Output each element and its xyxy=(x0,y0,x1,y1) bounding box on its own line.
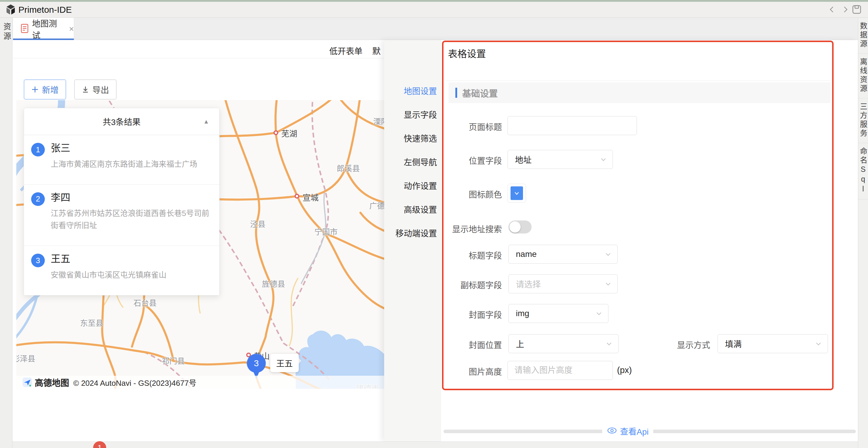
list-item[interactable]: 2 李四 江苏省苏州市姑苏区沧浪街道西善长巷5号司前街看守所旧址 xyxy=(24,184,219,246)
show-address-search-toggle[interactable] xyxy=(508,220,532,234)
view-api-link[interactable]: 查看Api xyxy=(602,424,653,438)
map-attribution: 高德地图 © 2024 AutoNavi - GS(2023)4677号 xyxy=(16,376,384,389)
document-tab-bar: 地图测试 × xyxy=(12,18,858,40)
color-swatch xyxy=(510,186,523,200)
map-county-label: 泾县 xyxy=(250,218,266,229)
map-city-dot xyxy=(274,130,278,135)
canvas-tab-strip: 低开表单 默 xyxy=(12,40,384,58)
icon-color-label: 图标颜色 xyxy=(431,188,502,200)
nav-back-button[interactable] xyxy=(826,4,838,15)
map-county-label: 郎溪县 xyxy=(337,162,360,173)
section-title: 基础设置 xyxy=(462,86,498,99)
export-button[interactable]: 导出 xyxy=(74,79,117,100)
subtitle-field-label: 副标题字段 xyxy=(431,279,502,291)
map-county-label: 广德市 xyxy=(369,200,384,211)
chevron-down-icon xyxy=(604,280,612,288)
item-address: 安徽省黄山市屯溪区屯光镇麻雀山 xyxy=(51,269,166,281)
right-rail-item-third-party-services[interactable]: 三方服务 xyxy=(858,98,868,143)
page-title-label: 页面标题 xyxy=(431,120,502,132)
chevron-down-icon xyxy=(599,156,607,163)
canvas-tab-lowcode-form[interactable]: 低开表单 xyxy=(329,45,363,57)
list-item[interactable]: 3 王五 安徽省黄山市屯溪区屯光镇麻雀山 xyxy=(24,246,219,295)
item-name: 王五 xyxy=(51,253,166,265)
settings-nav: 地图设置 显示字段 快速筛选 左侧导航 动作设置 高级设置 移动端设置 xyxy=(384,40,441,442)
nav-forward-button[interactable] xyxy=(839,4,851,15)
map-county-label: 宁国市 xyxy=(314,226,338,237)
cover-position-label: 封面位置 xyxy=(431,339,502,350)
results-list: 1 张三 上海市黄浦区南京东路街道上海来福士广场 2 李四 江苏省苏州市姑苏区沧… xyxy=(24,135,219,296)
settings-nav-display-fields[interactable]: 显示字段 xyxy=(404,108,437,120)
panel-divider xyxy=(445,80,830,81)
map-county-label: 旌德县 xyxy=(262,278,285,289)
map-county-label: 祁门县 xyxy=(162,355,185,366)
map-copyright: © 2024 AutoNavi - GS(2023)4677号 xyxy=(73,377,196,388)
title-bar: Primeton-IDE xyxy=(0,0,868,18)
map-county-label: 东至县 xyxy=(80,317,103,328)
tab-map-test[interactable]: 地图测试 × xyxy=(13,18,74,40)
location-field-select[interactable]: 地址 xyxy=(507,150,613,169)
tab-label: 地图测试 xyxy=(32,17,64,41)
item-index-badge: 3 xyxy=(31,254,45,267)
display-mode-select[interactable]: 填满 xyxy=(718,334,828,353)
map-city-label: 宣城 xyxy=(303,192,319,203)
settings-nav-map[interactable]: 地图设置 xyxy=(404,85,437,97)
basic-settings-section: 基础设置 xyxy=(448,82,831,103)
list-item[interactable]: 1 张三 上海市黄浦区南京东路街道上海来福士广场 xyxy=(24,135,219,184)
plus-icon xyxy=(31,85,39,93)
amap-logo-icon xyxy=(22,377,32,387)
eye-icon xyxy=(607,427,617,436)
item-index-badge: 2 xyxy=(31,192,45,206)
chevron-down-icon xyxy=(595,310,603,317)
download-icon xyxy=(82,85,89,93)
display-mode-label: 显示方式 xyxy=(639,339,710,350)
collapse-caret-icon[interactable]: ▲ xyxy=(203,118,209,125)
results-card: 共3条结果 ▲ 1 张三 上海市黄浦区南京东路街道上海来福士广场 2 李四 江苏… xyxy=(24,108,219,296)
results-summary-header[interactable]: 共3条结果 ▲ xyxy=(24,108,219,135)
canvas-tab-default-clipped[interactable]: 默 xyxy=(372,45,381,57)
bottom-strip xyxy=(12,442,858,448)
right-rail-item-offline-resources[interactable]: 离线资源 xyxy=(858,54,868,98)
item-address: 上海市黄浦区南京东路街道上海来福士广场 xyxy=(51,158,197,170)
map-marker-number: 3 xyxy=(247,354,266,373)
show-address-search-label: 显示地址搜索 xyxy=(431,223,502,235)
map-marker-label[interactable]: 王五 xyxy=(270,354,299,372)
subtitle-field-select[interactable]: 请选择 xyxy=(508,274,618,293)
results-count: 共3条结果 xyxy=(103,115,141,128)
right-rail-item-named-sql[interactable]: 命名Sql xyxy=(858,143,868,199)
title-field-label: 标题字段 xyxy=(431,249,502,261)
amap-brand: 高德地图 xyxy=(35,376,69,388)
cover-field-label: 封面字段 xyxy=(431,308,502,320)
settings-nav-quick-filter[interactable]: 快速筛选 xyxy=(404,132,437,144)
right-rail-item-datasource[interactable]: 数据源 xyxy=(858,18,868,54)
add-button[interactable]: 新增 xyxy=(24,79,66,100)
item-address: 江苏省苏州市姑苏区沧浪街道西善长巷5号司前街看守所旧址 xyxy=(51,207,211,232)
form-icon xyxy=(21,24,29,34)
settings-panel: 地图设置 显示字段 快速筛选 左侧导航 动作设置 高级设置 移动端设置 表格设置… xyxy=(384,40,858,442)
map-county-label: 彭泽县 xyxy=(16,353,35,364)
cover-position-select[interactable]: 上 xyxy=(508,334,619,353)
location-field-label: 位置字段 xyxy=(431,154,502,166)
section-accent-bar xyxy=(455,88,457,98)
left-rail: 资源 xyxy=(0,18,12,448)
map-city-label: 芜湖 xyxy=(281,128,297,139)
left-rail-item-resources[interactable]: 资源 xyxy=(0,23,12,41)
settings-nav-advanced-settings[interactable]: 高级设置 xyxy=(404,203,437,215)
item-name: 李四 xyxy=(51,192,211,204)
primeton-ide-window: Primeton-IDE 资源 数据源 离线资源 三方服务 命名Sql 地图测试… xyxy=(0,0,868,448)
save-icon[interactable] xyxy=(851,4,863,15)
app-title: Primeton-IDE xyxy=(19,0,72,18)
title-field-select[interactable]: name xyxy=(508,245,618,264)
image-height-input[interactable] xyxy=(507,361,613,380)
cover-field-select[interactable]: img xyxy=(508,304,609,323)
chevron-down-icon xyxy=(605,340,613,348)
app-logo-icon xyxy=(5,4,17,17)
icon-color-picker[interactable] xyxy=(507,184,526,203)
tab-close-icon[interactable]: × xyxy=(69,24,74,34)
page-title-input[interactable] xyxy=(507,116,637,135)
right-rail: 数据源 离线资源 三方服务 命名Sql xyxy=(858,18,868,448)
item-name: 张三 xyxy=(51,142,197,154)
window-top-strip xyxy=(0,0,868,2)
map-county-label: 石台县 xyxy=(133,297,157,308)
panel-title: 表格设置 xyxy=(448,46,486,60)
map-city-dot xyxy=(294,194,299,199)
